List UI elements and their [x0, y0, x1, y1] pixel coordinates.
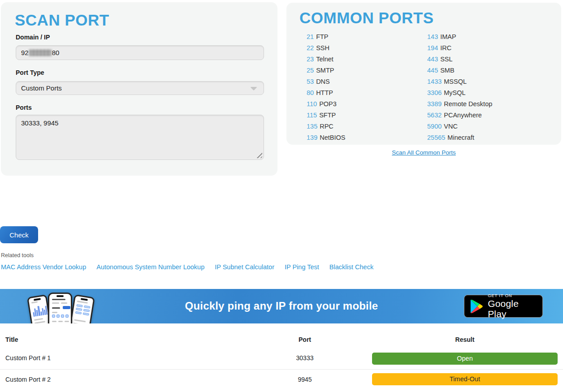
port-name: MSSQL: [444, 78, 467, 85]
list-item: 110POP3: [307, 99, 345, 110]
port-name: FTP: [316, 33, 328, 40]
domain-value-suffix: 80: [52, 49, 60, 56]
port-name: HTTP: [316, 89, 333, 96]
list-item: 23Telnet: [307, 54, 345, 65]
link-ip-subnet-calculator[interactable]: IP Subnet Calculator: [215, 263, 274, 271]
list-item: 21FTP: [307, 31, 345, 43]
port-name: DNS: [316, 78, 330, 85]
phone-notch: [81, 298, 88, 301]
port-name: RPC: [320, 123, 333, 130]
app-button-graphic: [63, 306, 70, 309]
list-item: 139NetBIOS: [307, 132, 345, 143]
phone-mockup-right: [69, 294, 95, 323]
domain-ip-label: Domain / IP: [16, 34, 50, 41]
list-item: 80HTTP: [307, 87, 345, 99]
domain-value-prefix: 92: [21, 49, 29, 56]
google-play-icon: [470, 299, 483, 314]
scan-all-common-ports-link[interactable]: Scan All Common Ports: [392, 149, 456, 156]
port-name: IMAP: [440, 33, 456, 40]
port-name: POP3: [319, 100, 337, 108]
port-name: VNC: [444, 123, 458, 130]
row-divider: [0, 369, 563, 370]
phone-notch: [56, 295, 64, 297]
column-header-port: Port: [271, 336, 338, 343]
port-name: MySQL: [444, 89, 465, 96]
link-mac-address-vendor-lookup[interactable]: MAC Address Vendor Lookup: [1, 263, 86, 271]
table-row-title: Custom Port # 2: [5, 376, 51, 383]
port-number: 110: [307, 100, 317, 108]
related-tools-label: Related tools: [1, 252, 34, 258]
list-item: 22SSH: [307, 43, 345, 54]
column-header-result: Result: [372, 336, 558, 343]
mobile-app-banner: Quickly ping any IP from your mobile GET…: [0, 289, 563, 323]
link-ip-ping-test[interactable]: IP Ping Test: [285, 263, 319, 271]
list-item: 3306MySQL: [427, 87, 492, 99]
port-type-select[interactable]: Custom Ports: [16, 81, 264, 95]
port-number: 22: [307, 44, 314, 52]
port-number: 135: [307, 123, 317, 130]
port-number: 5632: [427, 112, 442, 119]
table-row-port: 30333: [271, 354, 338, 362]
list-item: 25565Minecraft: [427, 132, 492, 143]
link-blacklist-check[interactable]: Blacklist Check: [329, 263, 373, 271]
list-item: 25SMTP: [307, 65, 345, 76]
port-name: Remote Desktop: [444, 100, 492, 108]
badge-small-text: GET IT ON: [488, 293, 537, 298]
port-name: SMTP: [316, 67, 334, 74]
related-tools-links: MAC Address Vendor Lookup Autonomous Sys…: [1, 263, 373, 271]
redacted-ip-segment: [29, 49, 52, 56]
port-number: 23: [307, 56, 314, 63]
bar-chart-graphic: [32, 303, 48, 317]
ports-textarea-wrap: 30333, 9945: [16, 115, 264, 160]
status-badge-open: Open: [372, 353, 558, 365]
list-item: 443SSL: [427, 54, 492, 65]
port-number: 139: [307, 134, 317, 141]
port-number: 25: [307, 67, 314, 74]
port-scanner-page: SCAN PORT Domain / IP 9280 Port Type Cus…: [0, 0, 563, 392]
port-name: NetBIOS: [320, 134, 345, 141]
scan-port-title: SCAN PORT: [15, 11, 109, 29]
pill-buttons-graphic: [75, 304, 92, 316]
port-number: 1433: [427, 78, 442, 85]
app-tiles-graphic: [52, 314, 69, 318]
link-asn-lookup[interactable]: Autonomous System Number Lookup: [96, 263, 204, 271]
port-name: IRC: [440, 44, 451, 52]
phone-notch: [34, 298, 41, 301]
port-name: SFTP: [319, 112, 336, 119]
google-play-badge[interactable]: GET IT ON Google Play: [464, 295, 543, 318]
port-number: 53: [307, 78, 314, 85]
list-item: 5632PCAnywhere: [427, 110, 492, 121]
port-number: 5900: [427, 123, 442, 130]
port-name: Telnet: [316, 56, 333, 63]
port-name: Minecraft: [447, 134, 474, 141]
list-item: 445SMB: [427, 65, 492, 76]
list-item: 3389Remote Desktop: [427, 99, 492, 110]
list-item: 115SFTP: [307, 110, 345, 121]
ports-textarea[interactable]: 30333, 9945: [16, 115, 264, 159]
common-ports-card: COMMON PORTS 21FTP 22SSH 23Telnet 25SMTP…: [286, 3, 561, 145]
port-name: SSH: [316, 44, 329, 52]
port-number: 21: [307, 33, 314, 40]
scan-all-wrap: Scan All Common Ports: [286, 148, 561, 156]
phone-mockup-center: [48, 293, 72, 323]
list-item: 135RPC: [307, 121, 345, 132]
phone-mockups: [30, 292, 97, 323]
chevron-down-icon: [250, 87, 257, 90]
port-number: 3389: [427, 100, 442, 108]
check-button[interactable]: Check: [0, 226, 38, 243]
port-type-label: Port Type: [16, 69, 44, 76]
port-number: 443: [427, 56, 438, 63]
list-item: 1433MSSQL: [427, 76, 492, 87]
domain-ip-input[interactable]: 9280: [16, 45, 264, 60]
port-number: 25565: [427, 134, 445, 141]
common-ports-column-2: 143IMAP 194IRC 443SSL 445SMB 1433MSSQL 3…: [427, 31, 492, 143]
list-item: 194IRC: [427, 43, 492, 54]
port-number: 115: [307, 112, 317, 119]
port-number: 80: [307, 89, 314, 96]
table-row-title: Custom Port # 1: [5, 354, 51, 362]
port-name: SMB: [440, 67, 454, 74]
column-header-title: Title: [5, 336, 18, 343]
port-number: 445: [427, 67, 438, 74]
common-ports-column-1: 21FTP 22SSH 23Telnet 25SMTP 53DNS 80HTTP…: [307, 31, 345, 143]
port-type-selected-value: Custom Ports: [21, 84, 62, 92]
